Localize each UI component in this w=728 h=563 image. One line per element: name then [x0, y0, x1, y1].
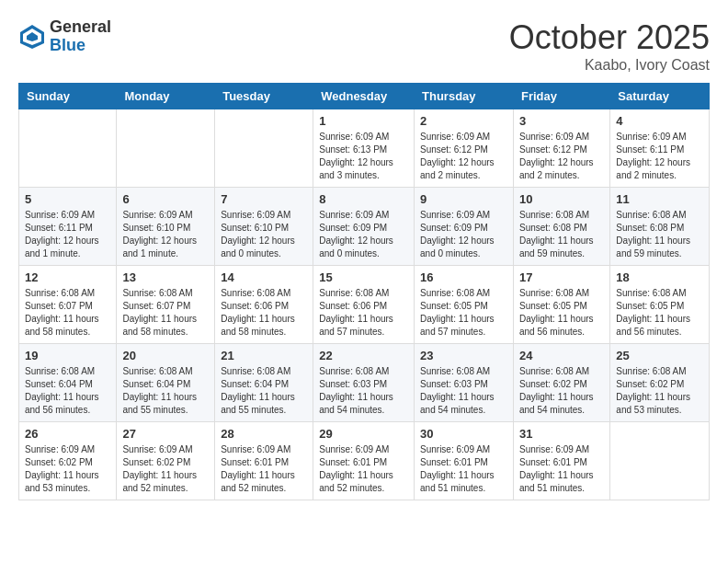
day-number: 27 — [122, 427, 209, 441]
day-info: Sunrise: 6:09 AM Sunset: 6:13 PM Dayligh… — [319, 131, 408, 182]
calendar-cell: 21Sunrise: 6:08 AM Sunset: 6:04 PM Dayli… — [215, 344, 313, 422]
day-info: Sunrise: 6:08 AM Sunset: 6:04 PM Dayligh… — [122, 365, 209, 417]
day-info: Sunrise: 6:09 AM Sunset: 6:01 PM Dayligh… — [221, 443, 307, 495]
calendar-cell: 27Sunrise: 6:09 AM Sunset: 6:02 PM Dayli… — [117, 422, 215, 500]
day-info: Sunrise: 6:08 AM Sunset: 6:08 PM Dayligh… — [519, 209, 604, 260]
weekday-header-sunday: Sunday — [19, 84, 117, 109]
weekday-header-row: SundayMondayTuesdayWednesdayThursdayFrid… — [19, 84, 710, 109]
day-number: 7 — [221, 192, 307, 206]
day-info: Sunrise: 6:09 AM Sunset: 6:11 PM Dayligh… — [616, 131, 703, 182]
day-number: 11 — [616, 192, 703, 206]
calendar-cell: 29Sunrise: 6:09 AM Sunset: 6:01 PM Dayli… — [313, 422, 415, 500]
calendar-cell: 22Sunrise: 6:08 AM Sunset: 6:03 PM Dayli… — [313, 344, 415, 422]
weekday-header-monday: Monday — [117, 84, 215, 109]
calendar-cell: 18Sunrise: 6:08 AM Sunset: 6:05 PM Dayli… — [610, 266, 710, 344]
month-title: October 2025 — [509, 18, 710, 57]
day-info: Sunrise: 6:08 AM Sunset: 6:03 PM Dayligh… — [319, 365, 408, 417]
calendar-cell: 11Sunrise: 6:08 AM Sunset: 6:08 PM Dayli… — [610, 188, 710, 266]
day-number: 28 — [221, 427, 307, 441]
day-info: Sunrise: 6:08 AM Sunset: 6:02 PM Dayligh… — [616, 365, 703, 417]
day-number: 1 — [319, 114, 408, 128]
day-number: 18 — [616, 270, 703, 284]
calendar-cell: 25Sunrise: 6:08 AM Sunset: 6:02 PM Dayli… — [610, 344, 710, 422]
weekday-header-tuesday: Tuesday — [215, 84, 313, 109]
day-info: Sunrise: 6:09 AM Sunset: 6:01 PM Dayligh… — [519, 443, 604, 495]
calendar-cell: 12Sunrise: 6:08 AM Sunset: 6:07 PM Dayli… — [19, 266, 117, 344]
calendar-week-row: 1Sunrise: 6:09 AM Sunset: 6:13 PM Daylig… — [19, 109, 710, 188]
calendar-cell: 31Sunrise: 6:09 AM Sunset: 6:01 PM Dayli… — [513, 422, 609, 500]
calendar-week-row: 19Sunrise: 6:08 AM Sunset: 6:04 PM Dayli… — [19, 344, 710, 422]
day-info: Sunrise: 6:08 AM Sunset: 6:02 PM Dayligh… — [519, 365, 604, 417]
calendar-cell: 7Sunrise: 6:09 AM Sunset: 6:10 PM Daylig… — [215, 188, 313, 266]
calendar-week-row: 26Sunrise: 6:09 AM Sunset: 6:02 PM Dayli… — [19, 422, 710, 500]
day-number: 19 — [25, 349, 110, 362]
day-info: Sunrise: 6:08 AM Sunset: 6:05 PM Dayligh… — [616, 287, 703, 339]
day-info: Sunrise: 6:09 AM Sunset: 6:11 PM Dayligh… — [25, 209, 110, 260]
day-number: 2 — [420, 114, 507, 128]
calendar-cell: 26Sunrise: 6:09 AM Sunset: 6:02 PM Dayli… — [19, 422, 117, 500]
day-info: Sunrise: 6:08 AM Sunset: 6:06 PM Dayligh… — [319, 287, 408, 339]
calendar-cell: 6Sunrise: 6:09 AM Sunset: 6:10 PM Daylig… — [117, 188, 215, 266]
day-number: 22 — [319, 349, 408, 362]
calendar-cell: 28Sunrise: 6:09 AM Sunset: 6:01 PM Dayli… — [215, 422, 313, 500]
calendar-cell — [215, 109, 313, 188]
calendar-cell: 14Sunrise: 6:08 AM Sunset: 6:06 PM Dayli… — [215, 266, 313, 344]
day-info: Sunrise: 6:09 AM Sunset: 6:02 PM Dayligh… — [25, 443, 110, 495]
day-number: 14 — [221, 270, 307, 284]
day-info: Sunrise: 6:08 AM Sunset: 6:06 PM Dayligh… — [221, 287, 307, 339]
calendar-cell: 19Sunrise: 6:08 AM Sunset: 6:04 PM Dayli… — [19, 344, 117, 422]
calendar-cell: 9Sunrise: 6:09 AM Sunset: 6:09 PM Daylig… — [415, 188, 514, 266]
day-number: 24 — [519, 349, 604, 362]
day-info: Sunrise: 6:08 AM Sunset: 6:03 PM Dayligh… — [420, 365, 507, 417]
day-number: 3 — [519, 114, 604, 128]
calendar-cell: 4Sunrise: 6:09 AM Sunset: 6:11 PM Daylig… — [610, 109, 710, 188]
day-info: Sunrise: 6:09 AM Sunset: 6:01 PM Dayligh… — [420, 443, 507, 495]
calendar-week-row: 5Sunrise: 6:09 AM Sunset: 6:11 PM Daylig… — [19, 188, 710, 266]
calendar-cell: 10Sunrise: 6:08 AM Sunset: 6:08 PM Dayli… — [513, 188, 609, 266]
day-number: 10 — [519, 192, 604, 206]
day-number: 17 — [519, 270, 604, 284]
calendar-cell: 3Sunrise: 6:09 AM Sunset: 6:12 PM Daylig… — [513, 109, 609, 188]
calendar-cell: 20Sunrise: 6:08 AM Sunset: 6:04 PM Dayli… — [117, 344, 215, 422]
calendar-table: SundayMondayTuesdayWednesdayThursdayFrid… — [18, 83, 710, 500]
calendar-cell: 23Sunrise: 6:08 AM Sunset: 6:03 PM Dayli… — [415, 344, 514, 422]
calendar-cell: 17Sunrise: 6:08 AM Sunset: 6:05 PM Dayli… — [513, 266, 609, 344]
day-number: 29 — [319, 427, 408, 441]
day-number: 26 — [25, 427, 110, 441]
location-title: Kaabo, Ivory Coast — [509, 57, 710, 74]
calendar-cell — [610, 422, 710, 500]
day-info: Sunrise: 6:08 AM Sunset: 6:05 PM Dayligh… — [420, 287, 507, 339]
calendar-cell: 15Sunrise: 6:08 AM Sunset: 6:06 PM Dayli… — [313, 266, 415, 344]
day-number: 4 — [616, 114, 703, 128]
weekday-header-wednesday: Wednesday — [313, 84, 415, 109]
logo: General Blue — [18, 18, 111, 55]
day-info: Sunrise: 6:09 AM Sunset: 6:01 PM Dayligh… — [319, 443, 408, 495]
calendar-week-row: 12Sunrise: 6:08 AM Sunset: 6:07 PM Dayli… — [19, 266, 710, 344]
day-info: Sunrise: 6:08 AM Sunset: 6:04 PM Dayligh… — [25, 365, 110, 417]
calendar-cell: 13Sunrise: 6:08 AM Sunset: 6:07 PM Dayli… — [117, 266, 215, 344]
weekday-header-saturday: Saturday — [610, 84, 710, 109]
day-number: 21 — [221, 349, 307, 362]
day-info: Sunrise: 6:08 AM Sunset: 6:04 PM Dayligh… — [221, 365, 307, 417]
page-header: General Blue October 2025 Kaabo, Ivory C… — [18, 18, 710, 74]
day-number: 20 — [122, 349, 209, 362]
day-number: 23 — [420, 349, 507, 362]
day-info: Sunrise: 6:08 AM Sunset: 6:07 PM Dayligh… — [25, 287, 110, 339]
calendar-cell: 5Sunrise: 6:09 AM Sunset: 6:11 PM Daylig… — [19, 188, 117, 266]
day-info: Sunrise: 6:09 AM Sunset: 6:10 PM Dayligh… — [122, 209, 209, 260]
calendar-cell — [117, 109, 215, 188]
day-info: Sunrise: 6:09 AM Sunset: 6:10 PM Dayligh… — [221, 209, 307, 260]
day-number: 6 — [122, 192, 209, 206]
day-number: 25 — [616, 349, 703, 362]
day-number: 16 — [420, 270, 507, 284]
day-info: Sunrise: 6:09 AM Sunset: 6:12 PM Dayligh… — [519, 131, 604, 182]
logo-text: General Blue — [50, 18, 111, 55]
day-number: 12 — [25, 270, 110, 284]
day-number: 5 — [25, 192, 110, 206]
day-info: Sunrise: 6:09 AM Sunset: 6:09 PM Dayligh… — [319, 209, 408, 260]
day-number: 30 — [420, 427, 507, 441]
calendar-cell: 2Sunrise: 6:09 AM Sunset: 6:12 PM Daylig… — [415, 109, 514, 188]
day-number: 9 — [420, 192, 507, 206]
day-info: Sunrise: 6:09 AM Sunset: 6:12 PM Dayligh… — [420, 131, 507, 182]
calendar-cell: 16Sunrise: 6:08 AM Sunset: 6:05 PM Dayli… — [415, 266, 514, 344]
